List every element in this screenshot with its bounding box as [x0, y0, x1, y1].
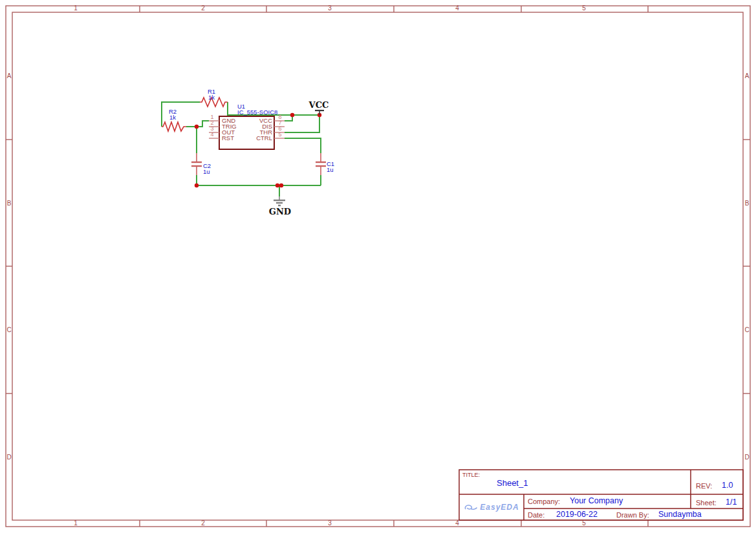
frame-inner-border — [12, 12, 743, 520]
schematic-canvas[interactable]: R1 1k R2 1k U1 IC_555-SOIC8 C2 1u C1 1u … — [0, 0, 756, 535]
titleblock-drawnby-label: Drawn By: — [616, 511, 649, 519]
sheet-frame — [6, 6, 750, 527]
frame-col-top-4: 4 — [451, 5, 464, 12]
titleblock-title-label: TITLE: — [462, 472, 480, 478]
titleblock-rev-value[interactable]: 1.0 — [722, 481, 733, 490]
titleblock-date-label: Date: — [528, 511, 545, 519]
c1-value-label[interactable]: 1u — [327, 166, 334, 173]
vcc-symbol[interactable] — [315, 110, 324, 115]
titleblock-sheet-label: Sheet: — [696, 499, 717, 507]
ic-u1[interactable] — [209, 116, 285, 149]
easyeda-logo: EasyEDA — [460, 495, 523, 519]
capacitor-c2[interactable] — [191, 153, 202, 175]
easyeda-logo-icon — [464, 503, 478, 512]
titleblock-company-value[interactable]: Your Company — [570, 496, 623, 505]
titleblock-sheet-value[interactable]: 1/1 — [726, 498, 737, 507]
frame-row-right-B: B — [744, 200, 750, 207]
resistor-r2[interactable] — [162, 122, 186, 131]
frame-col-top-1: 1 — [69, 5, 82, 12]
easyeda-logo-text: EasyEDA — [480, 503, 519, 512]
frame-col-bottom-2: 2 — [197, 519, 210, 527]
frame-col-bottom-5: 5 — [578, 519, 590, 527]
u1-pin5-name[interactable]: CTRL — [256, 134, 272, 142]
frame-col-bottom-1: 1 — [69, 519, 82, 527]
u1-pin5-number[interactable]: 5 — [275, 131, 285, 138]
frame-row-left-B: B — [6, 200, 12, 207]
titleblock-drawnby-value[interactable]: Sundaymba — [658, 510, 702, 519]
frame-row-left-A: A — [6, 72, 12, 79]
titleblock-rev-label: REV: — [696, 482, 712, 490]
wire-vcc-to-thr[interactable] — [285, 115, 319, 132]
r1-value-label[interactable]: 1k — [208, 94, 215, 101]
titleblock-title-value[interactable]: Sheet_1 — [497, 478, 528, 488]
schematic-graphics — [0, 0, 756, 535]
frame-col-top-3: 3 — [323, 5, 336, 12]
capacitor-c1[interactable] — [316, 153, 326, 175]
r2-value-label[interactable]: 1k — [169, 114, 176, 121]
wire-ctrl-to-c1[interactable] — [285, 138, 321, 153]
frame-row-left-C: C — [6, 326, 12, 333]
c2-value-label[interactable]: 1u — [203, 168, 210, 175]
frame-col-top-5: 5 — [578, 5, 590, 12]
frame-col-top-2: 2 — [197, 5, 210, 12]
gnd-symbol[interactable] — [274, 196, 285, 205]
frame-col-bottom-4: 4 — [451, 519, 464, 527]
frame-row-right-D: D — [744, 454, 750, 461]
frame-col-bottom-3: 3 — [323, 519, 336, 527]
titleblock-date-value[interactable]: 2019-06-22 — [556, 510, 598, 519]
frame-outer-border — [6, 6, 750, 527]
titleblock-company-label: Company: — [528, 498, 560, 505]
gnd-net-label[interactable]: GND — [268, 207, 292, 216]
wire-r1-r2-left[interactable] — [162, 102, 200, 127]
vcc-net-label[interactable]: VCC — [307, 100, 330, 110]
frame-row-left-D: D — [6, 454, 12, 461]
u1-pin4-number[interactable]: 4 — [208, 131, 217, 138]
u1-name-label[interactable]: IC_555-SOIC8 — [237, 109, 277, 116]
frame-row-right-C: C — [744, 326, 750, 333]
u1-pin4-name[interactable]: RST — [222, 134, 234, 142]
frame-row-right-A: A — [744, 72, 750, 79]
